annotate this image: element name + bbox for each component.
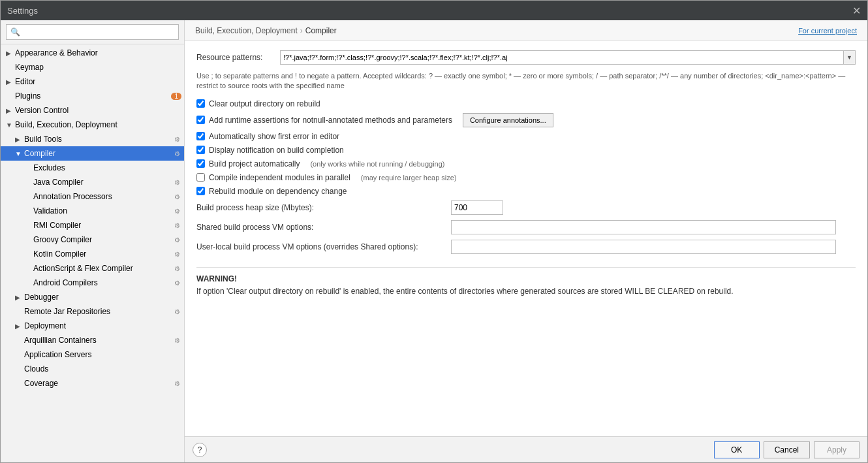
sidebar-item-label: Keymap: [15, 63, 184, 72]
checkbox-add-runtime[interactable]: [196, 116, 205, 124]
checkbox-label-add-runtime: Add runtime assertions for notnull-annot…: [209, 116, 452, 125]
sidebar-item-rmi-compiler[interactable]: RMI Compiler⚙: [1, 218, 184, 232]
arrow-icon: ▶: [15, 136, 24, 143]
settings-icon: ⚙: [171, 380, 183, 387]
sidebar-item-java-compiler[interactable]: Java Compiler⚙: [1, 175, 184, 189]
field-row-heap-size: Build process heap size (Mbytes):: [196, 200, 856, 215]
breadcrumb-sep: ›: [300, 26, 303, 35]
checkbox-display-notification[interactable]: [196, 146, 205, 154]
sidebar-item-validation[interactable]: Validation⚙: [1, 204, 184, 218]
sidebar-item-debugger[interactable]: ▶Debugger: [1, 290, 184, 304]
search-box: [1, 20, 184, 44]
warning-title: WARNING!: [196, 274, 856, 283]
sidebar-item-excludes[interactable]: Excludes: [1, 161, 184, 175]
sidebar-item-clouds[interactable]: Clouds: [1, 362, 184, 376]
field-input-shared-vm[interactable]: [451, 220, 836, 234]
field-row-user-local-vm: User-local build process VM options (ove…: [196, 240, 856, 254]
sidebar-item-label: Build Tools: [24, 135, 171, 144]
sidebar-item-annotation-processors[interactable]: Annotation Processors⚙: [1, 189, 184, 204]
settings-icon: ⚙: [171, 279, 183, 287]
sidebar-item-application-servers[interactable]: Application Servers: [1, 347, 184, 362]
sidebar-item-label: Compiler: [24, 149, 171, 158]
badge: 1: [171, 93, 181, 100]
settings-icon: ⚙: [171, 308, 183, 315]
sidebar-item-label: Plugins: [15, 91, 171, 101]
sidebar-item-groovy-compiler[interactable]: Groovy Compiler⚙: [1, 232, 184, 247]
field-label-shared-vm: Shared build process VM options:: [196, 223, 451, 232]
sidebar-item-version-control[interactable]: ▶Version Control: [1, 103, 184, 118]
checkbox-label-auto-show-error: Automatically show first error in editor: [209, 132, 339, 141]
cancel-button[interactable]: Cancel: [764, 441, 810, 458]
settings-icon: ⚙: [171, 265, 183, 272]
checkbox-build-auto[interactable]: [196, 159, 205, 168]
sidebar-item-keymap[interactable]: Keymap: [1, 60, 184, 74]
configure-annotations-button[interactable]: Configure annotations...: [463, 113, 553, 127]
checkbox-label-rebuild-module: Rebuild module on dependency change: [209, 187, 347, 196]
settings-icon: ⚙: [171, 222, 183, 229]
ok-button[interactable]: OK: [714, 441, 760, 458]
checkbox-label-compile-parallel: Compile independent modules in parallel: [209, 173, 350, 182]
sidebar-item-label: Appearance & Behavior: [15, 48, 171, 57]
field-label-heap-size: Build process heap size (Mbytes):: [196, 203, 451, 212]
warning-section: WARNING! If option 'Clear output directo…: [196, 267, 856, 304]
checkbox-clear-output[interactable]: [196, 99, 205, 108]
sidebar-item-plugins[interactable]: Plugins1: [1, 89, 184, 103]
sidebar-item-label: Arquillian Containers: [24, 336, 171, 345]
sidebar-item-remote-jar[interactable]: Remote Jar Repositories⚙: [1, 304, 184, 319]
resource-input[interactable]: [280, 50, 844, 65]
sidebar-item-label: Groovy Compiler: [33, 235, 171, 244]
sidebar-item-label: RMI Compiler: [33, 221, 171, 230]
sidebar-item-appearance[interactable]: ▶Appearance & Behavior: [1, 46, 184, 60]
checkbox-row-compile-parallel: Compile independent modules in parallel(…: [196, 173, 856, 182]
help-text: Use ; to separate patterns and ! to nega…: [196, 71, 856, 91]
resource-label: Resource patterns:: [196, 53, 275, 62]
search-input[interactable]: [6, 24, 179, 40]
sidebar-tree: ▶Appearance & BehaviorKeymap▶EditorPlugi…: [1, 44, 184, 462]
sidebar-item-compiler[interactable]: ▼Compiler⚙: [1, 146, 184, 161]
checkbox-compile-parallel[interactable]: [196, 173, 205, 182]
settings-icon: ⚙: [171, 136, 183, 143]
checkbox-auto-show-error[interactable]: [196, 132, 205, 140]
settings-icon: ⚙: [171, 179, 183, 186]
sidebar: ▶Appearance & BehaviorKeymap▶EditorPlugi…: [1, 20, 185, 462]
arrow-icon: ▶: [6, 78, 15, 86]
field-input-heap-size[interactable]: [451, 200, 503, 215]
field-input-user-local-vm[interactable]: [451, 240, 836, 254]
sidebar-item-build-tools[interactable]: ▶Build Tools⚙: [1, 132, 184, 146]
warning-text: If option 'Clear output directory on reb…: [196, 286, 856, 297]
checkbox-note-compile-parallel: (may require larger heap size): [361, 174, 457, 182]
breadcrumb-path2: Compiler: [305, 26, 337, 35]
checkbox-label-display-notification: Display notification on build completion: [209, 146, 344, 155]
sidebar-item-actionscript-flex[interactable]: ActionScript & Flex Compiler⚙: [1, 261, 184, 276]
sidebar-item-arquillian[interactable]: Arquillian Containers⚙: [1, 333, 184, 347]
help-button[interactable]: ?: [193, 443, 207, 457]
checkbox-row-build-auto: Build project automatically(only works w…: [196, 159, 856, 168]
sidebar-item-kotlin-compiler[interactable]: Kotlin Compiler⚙: [1, 247, 184, 261]
sidebar-item-label: Application Servers: [24, 350, 171, 359]
resource-scroll-btn[interactable]: ▼: [844, 50, 856, 65]
apply-button[interactable]: Apply: [814, 441, 860, 458]
checkbox-row-rebuild-module: Rebuild module on dependency change: [196, 187, 856, 196]
checkbox-rebuild-module[interactable]: [196, 187, 205, 195]
sidebar-item-coverage[interactable]: Coverage⚙: [1, 376, 184, 391]
checkbox-row-display-notification: Display notification on build completion: [196, 146, 856, 155]
settings-icon: ⚙: [171, 150, 183, 157]
checkbox-row-clear-output: Clear output directory on rebuild: [196, 99, 856, 108]
breadcrumb-path1: Build, Execution, Deployment: [195, 26, 298, 35]
title-bar: Settings ✕: [1, 1, 867, 20]
project-link[interactable]: For current project: [798, 27, 857, 35]
sidebar-item-label: Clouds: [24, 364, 171, 374]
sidebar-item-editor[interactable]: ▶Editor: [1, 74, 184, 89]
content-area: Resource patterns: ▼ Use ; to separate p…: [185, 41, 867, 436]
sidebar-item-label: Android Compilers: [33, 278, 171, 287]
sidebar-item-android-compilers[interactable]: Android Compilers⚙: [1, 276, 184, 290]
checkbox-note-build-auto: (only works while not running / debuggin…: [310, 160, 444, 168]
checkbox-row-auto-show-error: Automatically show first error in editor: [196, 132, 856, 141]
sidebar-item-build-exec-deploy[interactable]: ▼Build, Execution, Deployment: [1, 118, 184, 132]
sidebar-item-label: ActionScript & Flex Compiler: [33, 264, 171, 273]
sidebar-item-label: Version Control: [15, 106, 184, 115]
fields-container: Build process heap size (Mbytes):Shared …: [196, 200, 856, 254]
arrow-icon: ▶: [15, 323, 24, 330]
close-button[interactable]: ✕: [852, 5, 861, 17]
sidebar-item-deployment[interactable]: ▶Deployment: [1, 319, 184, 333]
